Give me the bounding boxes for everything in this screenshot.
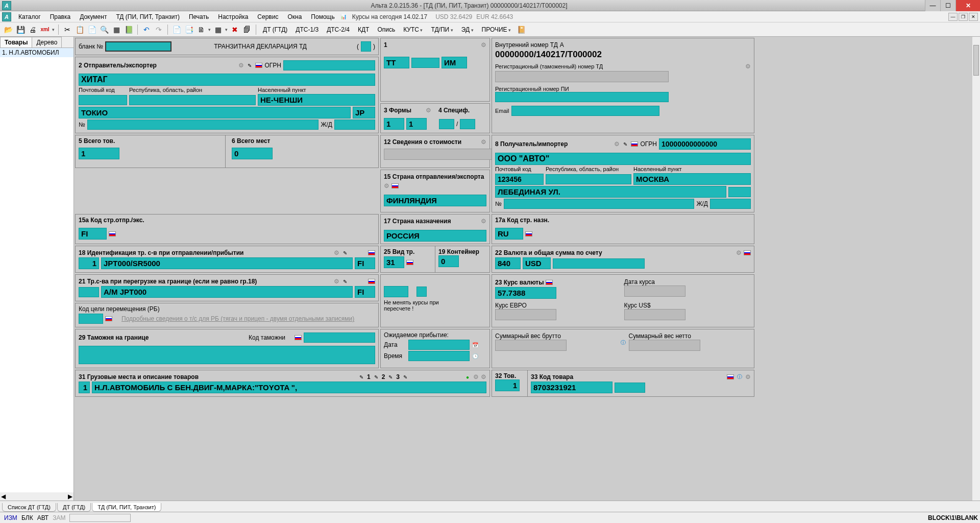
field-city8[interactable]: МОСКВА (633, 173, 751, 185)
flag-icon[interactable] (295, 335, 302, 340)
field-29name[interactable] (79, 346, 375, 364)
gear-icon[interactable]: ⚙ (481, 373, 486, 381)
flag-icon[interactable] (255, 63, 262, 68)
mdi-minimize-button[interactable]: — (948, 13, 958, 21)
edit-icon[interactable]: ✎ (341, 249, 349, 256)
edit-icon[interactable]: ✎ (402, 373, 409, 381)
redo-icon[interactable]: ↷ (154, 25, 164, 35)
print-icon[interactable]: 🖨 (28, 25, 38, 35)
field-3b[interactable]: 1 (406, 118, 427, 130)
field-post8[interactable]: 123456 (495, 174, 544, 185)
gear-icon[interactable]: ⚙ (736, 249, 742, 256)
field-22code[interactable]: 840 (495, 257, 521, 269)
field-31desc[interactable]: Н.Л.АВТОМОБИЛЬ С БЕН.ДВИГ-М,МАРКА:"TOYOT… (92, 382, 486, 393)
field-23rate[interactable]: 57.7388 (495, 287, 556, 299)
journal-icon[interactable]: 📔 (516, 25, 526, 35)
field-sender-name[interactable]: ХИТАГ (79, 74, 375, 86)
field-22sum[interactable] (553, 258, 645, 269)
field-15[interactable]: ФИНЛЯНДИЯ (384, 195, 486, 206)
field-4a[interactable] (439, 119, 454, 129)
flag-icon[interactable] (546, 280, 553, 285)
gear-icon[interactable]: ⚙ (745, 63, 751, 70)
menu-service[interactable]: Сервис (253, 12, 282, 21)
field-city2a[interactable]: НЕ-ЧЕНШИ (258, 94, 375, 106)
field-house8[interactable] (504, 199, 695, 209)
field-eur[interactable] (495, 309, 556, 320)
field-31n[interactable]: 1 (79, 382, 90, 393)
field-ogrn8[interactable]: 10000000000000 (659, 138, 751, 150)
field-5[interactable]: 1 (79, 148, 119, 159)
flag-icon[interactable] (368, 250, 375, 255)
field-keep-flag[interactable] (384, 286, 408, 297)
menu-help[interactable]: Помощь (307, 12, 338, 21)
menu-windows[interactable]: Окна (283, 12, 306, 21)
field-15a[interactable]: FI (79, 228, 107, 240)
edit-icon[interactable]: ✎ (387, 373, 394, 381)
open-icon[interactable]: 📂 (3, 25, 13, 35)
mdi-close-button[interactable]: ✕ (969, 13, 978, 21)
gear-icon[interactable]: ⚙ (384, 182, 389, 189)
field-1-im[interactable]: ИМ (442, 57, 467, 68)
tb-dts13[interactable]: ДТС-1/3 (292, 25, 322, 34)
tb-kdt[interactable]: КДТ (355, 25, 372, 34)
tab-goods[interactable]: Товары (0, 37, 32, 47)
field-usd[interactable] (624, 309, 685, 320)
list-item[interactable]: 1. Н.Л.АВТОМОБИЛ (0, 48, 74, 57)
tb-kuts[interactable]: КУТС (400, 25, 426, 34)
gear-icon[interactable]: ⚙ (614, 140, 620, 148)
field-street2[interactable] (87, 120, 319, 130)
field-zd2[interactable] (334, 120, 375, 130)
field-reg-pi[interactable] (495, 92, 669, 102)
clock-icon[interactable]: 🕒 (472, 352, 479, 360)
copy-icon[interactable]: 📋 (75, 25, 85, 35)
calendar-icon[interactable]: 📅 (472, 341, 479, 348)
btab-td[interactable]: ТД (ПИ, ПИТ, Транзит) (92, 503, 161, 512)
field-4b[interactable] (460, 119, 475, 129)
menu-catalog[interactable]: Каталог (14, 12, 45, 21)
menu-print[interactable]: Печать (185, 12, 213, 21)
sidebar-hscroll[interactable]: ◀▶ (0, 492, 74, 501)
tb-ed[interactable]: ЭД (458, 25, 477, 34)
field-zd8[interactable] (710, 199, 751, 209)
field-country2[interactable]: JP (353, 107, 375, 118)
field-street8[interactable]: ЛЕБЕДИНАЯ УЛ. (495, 186, 726, 198)
menu-document[interactable]: Документ (76, 12, 111, 21)
gear-icon[interactable]: ⚙ (238, 62, 244, 69)
field-arr-date[interactable] (408, 340, 470, 350)
field-33b[interactable] (615, 383, 645, 393)
rates-icon[interactable]: 📊 (340, 13, 347, 20)
maximize-button[interactable]: ☐ (940, 0, 955, 11)
field-33[interactable]: 8703231921 (531, 382, 612, 393)
flag-icon[interactable] (109, 231, 116, 236)
cut-icon[interactable]: ✂ (62, 25, 72, 35)
field-city2b[interactable]: ТОКИО (79, 107, 351, 118)
flag-icon[interactable] (406, 260, 413, 265)
gear-icon[interactable]: ⚙ (426, 107, 431, 114)
minimize-button[interactable]: — (925, 0, 940, 11)
paste-icon[interactable]: 📄 (87, 25, 97, 35)
field-brutto[interactable] (495, 340, 567, 351)
link-rb-details[interactable]: Подробные сведения о т/с для РБ (тягач и… (121, 315, 354, 322)
field-country8[interactable] (728, 187, 751, 197)
flag-icon[interactable] (391, 183, 399, 188)
flag-icon[interactable] (368, 279, 375, 284)
book-icon[interactable]: 📗 (124, 25, 134, 35)
field-21c[interactable]: FI (355, 286, 375, 298)
mdi-restore-button[interactable]: ❐ (959, 13, 968, 21)
stack-icon[interactable]: 🗐 (242, 25, 252, 35)
field-18v[interactable]: JPT000/SR5000 (101, 257, 353, 269)
undo-icon[interactable]: ↶ (141, 25, 152, 35)
tb-other[interactable]: ПРОЧИЕ (479, 25, 514, 34)
field-netto[interactable] (629, 340, 700, 351)
tb-opis[interactable]: Опись (374, 25, 398, 34)
tb-tdpi[interactable]: ТД/ПИ (428, 25, 456, 34)
flag-icon[interactable] (525, 231, 532, 236)
form-vscroll[interactable] (972, 37, 980, 501)
gear-icon[interactable]: ⚙ (334, 278, 339, 285)
delete-icon[interactable]: ✖ (230, 25, 240, 35)
field-18c[interactable]: FI (355, 257, 375, 269)
flag-icon[interactable] (727, 374, 734, 379)
flag-icon[interactable] (105, 316, 112, 321)
field-ogrn2[interactable] (283, 60, 375, 70)
field-25[interactable]: 31 (384, 256, 404, 268)
